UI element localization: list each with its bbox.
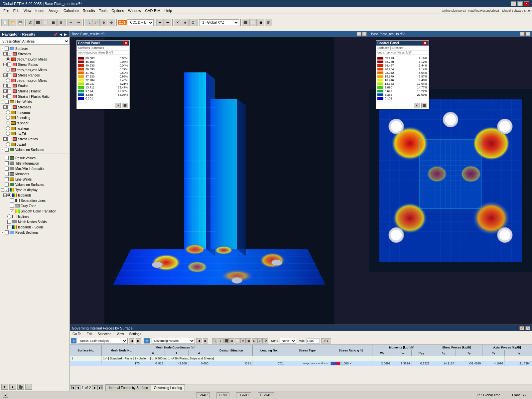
rt-btn-2[interactable]: ↕ xyxy=(218,338,223,343)
radio-sigma-eqv[interactable] xyxy=(6,57,10,61)
tb-btn-10[interactable]: ⬅ xyxy=(156,19,164,26)
radio-isolines[interactable] xyxy=(7,214,11,218)
results-view[interactable]: View xyxy=(115,332,125,336)
osnap-button[interactable]: OSNAP xyxy=(258,392,274,398)
rt-btn-7[interactable]: ▦ xyxy=(246,338,251,343)
scroll-left-btn[interactable]: ◀ xyxy=(3,393,8,398)
page-prev-btn[interactable]: ◀ xyxy=(75,385,80,390)
tree-isolines[interactable]: + Isolines xyxy=(1,214,69,219)
nav-icon-1[interactable]: 👁 xyxy=(1,384,8,390)
new-button[interactable]: 📄 xyxy=(1,19,9,26)
rt-btn-9[interactable]: 🔎 xyxy=(257,338,263,343)
check-smooth-color[interactable] xyxy=(10,209,14,213)
menu-view[interactable]: View xyxy=(22,8,34,13)
check-mesh-nodes-solids[interactable] xyxy=(7,220,11,224)
tb-btn-7[interactable]: 🔎 xyxy=(92,19,100,26)
menu-results[interactable]: Results xyxy=(81,8,97,13)
tree-sigma-eqv[interactable]: σeqv,max,von Mises xyxy=(1,57,69,62)
menu-insert[interactable]: Insert xyxy=(33,8,47,13)
left-restore-button[interactable]: □ xyxy=(357,32,361,36)
expand-strains[interactable]: + xyxy=(3,84,7,87)
left-cp-settings-btn[interactable]: ⚙ xyxy=(115,103,121,108)
nav-pin-button[interactable]: 📌 xyxy=(53,33,58,36)
right-cp-settings-btn[interactable]: ⚙ xyxy=(414,103,420,108)
check-surfaces[interactable] xyxy=(5,47,9,51)
left-cp-close[interactable]: ✕ xyxy=(123,41,128,45)
radio-fw-shear[interactable] xyxy=(6,126,10,130)
maximize-button[interactable]: □ xyxy=(517,1,523,6)
tree-mesh-nodes-solids[interactable]: + Mesh Nodes Solids xyxy=(1,219,69,224)
tb-btn-16[interactable]: ⬜ xyxy=(249,19,257,26)
radio-fn-normal[interactable] xyxy=(6,110,10,114)
tree-maxmin-info[interactable]: + Max/Min Information xyxy=(1,166,69,171)
radio-sigma-eqv-ratio[interactable] xyxy=(6,68,10,72)
tree-members[interactable]: + Members xyxy=(1,171,69,177)
left-cp-expand-btn[interactable]: ⬛ xyxy=(122,103,128,108)
check-vs-bottom[interactable] xyxy=(5,183,9,187)
tree-isobands[interactable]: − Isobands xyxy=(1,193,69,198)
expand-isobands[interactable]: − xyxy=(3,194,7,197)
tb-btn-12[interactable]: ✕ xyxy=(174,19,181,26)
tree-surfaces[interactable]: − Surfaces xyxy=(1,46,69,51)
radio-sigma-eqv-range[interactable] xyxy=(6,78,10,82)
tree-title-information[interactable]: + Title Information xyxy=(1,161,69,166)
governing-prev-btn[interactable]: ◀ xyxy=(196,338,201,343)
menu-file[interactable]: File xyxy=(1,8,11,13)
check-result-values[interactable] xyxy=(5,156,9,160)
check-type-display[interactable] xyxy=(5,188,9,192)
nav-icon-4[interactable]: — xyxy=(25,384,32,390)
rt-btn-10[interactable]: ⚙ xyxy=(263,338,268,343)
tree-strains-plastic-ratio[interactable]: + Strains | Plastic Ratio xyxy=(1,94,69,99)
right-cp-expand-btn[interactable]: ⬛ xyxy=(421,103,427,108)
analysis-dropdown[interactable]: Stress-Strain Analysis xyxy=(0,38,69,45)
tree-fn-normal[interactable]: fn,normal xyxy=(1,110,69,115)
tab-internal-forces[interactable]: Internal Forces by Surface xyxy=(106,384,151,391)
tb-btn-3[interactable]: ⬜ xyxy=(42,19,49,26)
tb-btn-8[interactable]: ⊕ xyxy=(100,19,107,26)
grid-button[interactable]: GRID xyxy=(216,392,229,398)
expand-stresses[interactable]: − xyxy=(3,52,7,56)
rt-btn-6[interactable]: ≡ xyxy=(240,338,246,343)
left-close-button[interactable]: ✕ xyxy=(362,32,367,36)
radio-sigma-w-ed[interactable] xyxy=(6,132,10,136)
rt-btn-4[interactable]: ⊞ xyxy=(229,338,234,343)
expand-stress-ranges[interactable]: + xyxy=(3,73,7,77)
results-edit[interactable]: Edit xyxy=(85,332,94,336)
rt-btn-3[interactable]: ⬛ xyxy=(223,338,229,343)
results-expand-button[interactable]: □ xyxy=(525,326,530,330)
analysis-prev-btn[interactable]: ◀ xyxy=(129,338,134,343)
check-stresses[interactable] xyxy=(7,52,11,56)
redo-button[interactable]: ↪ xyxy=(75,19,82,26)
tree-lw-stresses[interactable]: − Stresses xyxy=(1,104,69,110)
tb-btn-4[interactable]: ▦ xyxy=(50,19,57,26)
max-input[interactable] xyxy=(307,338,320,343)
radio-sigma-w-ed-ratio[interactable] xyxy=(6,142,10,146)
tree-smooth-color[interactable]: + Smooth Color Transition xyxy=(1,208,69,214)
tree-fw-shear[interactable]: fw,shear xyxy=(1,126,69,131)
close-button[interactable]: ✕ xyxy=(524,1,529,6)
tb-btn-13[interactable]: ◈ xyxy=(182,19,189,26)
expand-line-welds[interactable]: − xyxy=(1,100,4,103)
tree-fs-shear[interactable]: fs,shear xyxy=(1,120,69,126)
expand-surfaces[interactable]: − xyxy=(1,47,4,50)
radio-isobands[interactable] xyxy=(7,193,11,197)
tb-btn-17[interactable]: ▣ xyxy=(257,19,264,26)
snap-button[interactable]: SNAP xyxy=(196,392,210,398)
tree-sigma-eqv-range[interactable]: σeqv,max,von Mises xyxy=(1,78,69,83)
check-strains[interactable] xyxy=(7,84,11,88)
menu-cad-bim[interactable]: CAD-BIM xyxy=(143,8,162,13)
table-data-row[interactable]: 173 -3.813 -3.208 0.000 DS1 CO1 σeqv,max… xyxy=(70,361,532,366)
right-restore-button[interactable]: □ xyxy=(520,32,525,36)
check-strains-plastic-ratio[interactable] xyxy=(7,94,11,98)
check-gray-zone[interactable] xyxy=(10,204,14,208)
open-button[interactable]: 📂 xyxy=(9,19,16,26)
tb-btn-14[interactable]: ⊡ xyxy=(189,19,197,26)
analysis-type-combo[interactable]: Stress-Strain Analysis xyxy=(78,338,128,344)
results-goto[interactable]: Go To xyxy=(71,332,83,336)
expand-strains-plastic-ratio[interactable]: + xyxy=(3,95,7,98)
expand-lw-stresses[interactable]: − xyxy=(3,105,7,109)
menu-edit[interactable]: Edit xyxy=(11,8,22,13)
tb-btn-2[interactable]: ⬛ xyxy=(34,19,42,26)
nav-icon-3[interactable]: 🎥 xyxy=(17,384,24,390)
page-next-btn[interactable]: ▶ xyxy=(92,385,97,390)
